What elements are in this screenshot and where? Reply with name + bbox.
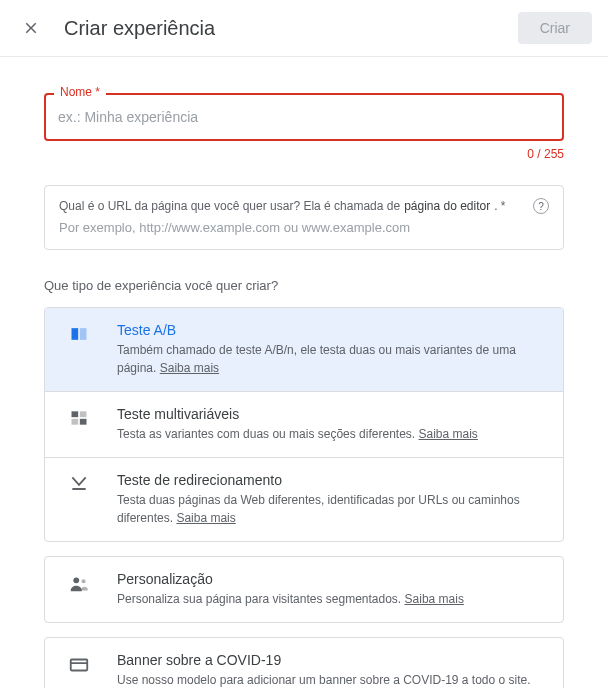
option-banner-desc-text: Use nosso modelo para adicionar um banne…: [117, 673, 531, 687]
option-banner-title: Banner sobre a COVID-19: [117, 652, 547, 668]
url-field-label: Qual é o URL da página que você quer usa…: [59, 198, 549, 214]
experience-type-list: Teste A/B Também chamado de teste A/B/n,…: [44, 307, 564, 688]
option-personalization-learn-more[interactable]: Saiba mais: [405, 592, 464, 606]
option-mvt-body: Teste multivariáveis Testa as variantes …: [117, 406, 547, 443]
name-field-wrap: Nome *: [44, 93, 564, 141]
svg-point-7: [73, 577, 79, 583]
svg-rect-0: [72, 328, 79, 340]
dialog-content: Nome * 0 / 255 Qual é o URL da página qu…: [0, 57, 608, 688]
dialog-title: Criar experiência: [64, 17, 215, 40]
svg-rect-5: [80, 419, 87, 425]
option-ab-desc: Também chamado de teste A/B/n, ele testa…: [117, 341, 547, 377]
experience-type-group-tests: Teste A/B Também chamado de teste A/B/n,…: [44, 307, 564, 542]
option-personalization-desc: Personaliza sua página para visitantes s…: [117, 590, 547, 608]
help-icon[interactable]: ?: [533, 198, 549, 214]
svg-rect-3: [80, 411, 87, 417]
option-redirect-desc: Testa duas páginas da Web diferentes, id…: [117, 491, 547, 527]
option-mvt-title: Teste multivariáveis: [117, 406, 547, 422]
dialog-header: Criar experiência Criar: [0, 0, 608, 57]
svg-rect-9: [71, 660, 88, 671]
name-field-label: Nome *: [54, 85, 106, 99]
option-ab-title: Teste A/B: [117, 322, 547, 338]
url-label-suffix: . *: [494, 199, 505, 213]
option-redirect-learn-more[interactable]: Saiba mais: [176, 511, 235, 525]
option-banner-desc: Use nosso modelo para adicionar um banne…: [117, 671, 547, 688]
option-banner-body: Banner sobre a COVID-19 Use nosso modelo…: [117, 652, 547, 688]
close-button[interactable]: [16, 13, 46, 43]
option-personalization-body: Personalização Personaliza sua página pa…: [117, 571, 547, 608]
option-multivariate[interactable]: Teste multivariáveis Testa as variantes …: [45, 391, 563, 457]
option-redirect[interactable]: Teste de redirecionamento Testa duas pág…: [45, 457, 563, 541]
url-label-prefix: Qual é o URL da página que você quer usa…: [59, 199, 400, 213]
ab-test-icon: [61, 322, 97, 377]
option-ab-learn-more[interactable]: Saiba mais: [160, 361, 219, 375]
option-personalization-desc-text: Personaliza sua página para visitantes s…: [117, 592, 401, 606]
svg-point-8: [82, 579, 86, 583]
option-redirect-title: Teste de redirecionamento: [117, 472, 547, 488]
svg-rect-2: [72, 411, 79, 417]
url-field[interactable]: Qual é o URL da página que você quer usa…: [44, 185, 564, 250]
option-ab-test[interactable]: Teste A/B Também chamado de teste A/B/n,…: [45, 308, 563, 391]
option-personalization-title: Personalização: [117, 571, 547, 587]
svg-rect-1: [80, 328, 87, 340]
name-char-counter: 0 / 255: [44, 147, 564, 161]
option-mvt-desc: Testa as variantes com duas ou mais seçõ…: [117, 425, 547, 443]
close-icon: [22, 19, 40, 37]
option-mvt-desc-text: Testa as variantes com duas ou mais seçõ…: [117, 427, 415, 441]
banner-icon: [61, 652, 97, 688]
option-redirect-body: Teste de redirecionamento Testa duas pág…: [117, 472, 547, 527]
option-ab-body: Teste A/B Também chamado de teste A/B/n,…: [117, 322, 547, 377]
option-mvt-learn-more[interactable]: Saiba mais: [419, 427, 478, 441]
option-personalization[interactable]: Personalização Personaliza sua página pa…: [45, 557, 563, 622]
experience-type-group-personalization: Personalização Personaliza sua página pa…: [44, 556, 564, 623]
option-covid-banner[interactable]: Banner sobre a COVID-19 Use nosso modelo…: [45, 638, 563, 688]
create-button[interactable]: Criar: [518, 12, 592, 44]
name-input[interactable]: [44, 93, 564, 141]
experience-type-title: Que tipo de experiência você quer criar?: [44, 278, 564, 293]
multivariate-icon: [61, 406, 97, 443]
personalization-icon: [61, 571, 97, 608]
svg-rect-4: [72, 419, 79, 425]
url-label-bold: página do editor: [404, 199, 490, 213]
experience-type-group-banner: Banner sobre a COVID-19 Use nosso modelo…: [44, 637, 564, 688]
url-field-example: Por exemplo, http://www.example.com ou w…: [59, 220, 549, 235]
redirect-icon: [61, 472, 97, 527]
